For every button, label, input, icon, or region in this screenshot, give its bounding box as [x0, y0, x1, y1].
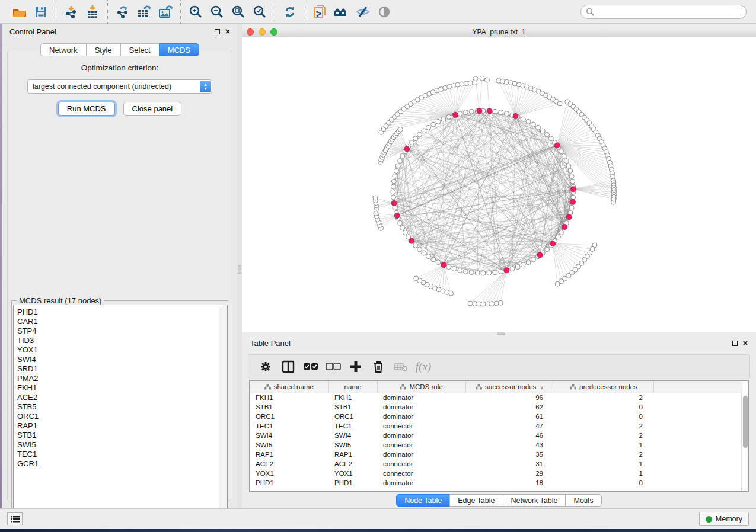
export-network-icon[interactable]: [112, 2, 133, 21]
table-row[interactable]: TEC1TEC1connector472: [250, 421, 742, 431]
export-table-icon[interactable]: [133, 2, 155, 21]
task-history-button[interactable]: [7, 512, 23, 525]
mcds-result-item[interactable]: TEC1: [17, 450, 227, 459]
mcds-result-item[interactable]: SRD1: [17, 364, 227, 374]
mcds-result-item[interactable]: SWI4: [17, 355, 227, 364]
tab-select[interactable]: Select: [120, 43, 159, 56]
table-cell-filler: [653, 469, 742, 478]
mcds-result-item[interactable]: STP4: [17, 326, 227, 336]
tab-node-table[interactable]: Node Table: [396, 494, 449, 507]
column-header-predecessor-nodes[interactable]: predecessor nodes: [554, 381, 653, 393]
add-column-icon[interactable]: [346, 357, 366, 377]
search-icon: [586, 8, 595, 17]
table-cell-filler: [653, 459, 742, 469]
settings-icon[interactable]: [256, 357, 276, 377]
column-header-successor-nodes[interactable]: successor nodes∨: [465, 381, 554, 393]
column-header-shared-name[interactable]: shared name: [250, 381, 328, 393]
run-mcds-button[interactable]: Run MCDS: [58, 102, 115, 116]
network-canvas[interactable]: [242, 37, 756, 332]
table-row[interactable]: SWI5SWI5connector431: [250, 440, 742, 450]
table-row[interactable]: FKH1FKH1dominator962: [250, 393, 742, 402]
table-cell: 0: [554, 412, 653, 421]
table-row[interactable]: ORC1ORC1dominator610: [250, 412, 742, 421]
zoom-out-icon[interactable]: [206, 2, 228, 21]
status-bar: Memory: [0, 508, 756, 529]
mcds-result-list[interactable]: PHD1CAR1STP4TID3YOX1SWI4SRD1PMA2FKH1ACE2…: [13, 305, 228, 517]
close-panel-icon[interactable]: ×: [225, 28, 230, 34]
float-panel-icon[interactable]: [215, 29, 220, 34]
select-all-rows-icon[interactable]: [301, 357, 321, 377]
mcds-result-item[interactable]: RAP1: [17, 421, 227, 431]
show-all-icon[interactable]: [374, 2, 395, 21]
mcds-result-scrollbar[interactable]: [219, 306, 227, 517]
mcds-result-item[interactable]: ACE2: [17, 393, 227, 402]
table-scrollbar[interactable]: [741, 393, 748, 492]
tab-mcds[interactable]: MCDS: [159, 43, 199, 56]
table-close-icon[interactable]: ×: [743, 340, 748, 346]
tab-edge-table[interactable]: Edge Table: [449, 494, 502, 507]
save-session-icon[interactable]: [30, 2, 52, 21]
mcds-result-item[interactable]: PMA2: [17, 374, 227, 383]
mcds-result-item[interactable]: CAR1: [17, 317, 227, 326]
close-panel-button[interactable]: Close panel: [123, 102, 182, 116]
tab-network-table[interactable]: Network Table: [503, 494, 566, 507]
table-row[interactable]: PHD1PHD1dominator180: [250, 478, 742, 488]
tab-motifs[interactable]: Motifs: [565, 494, 601, 507]
table-cell-filler: [653, 393, 742, 402]
deselect-all-rows-icon[interactable]: [323, 357, 343, 377]
zoom-selected-icon[interactable]: [249, 2, 270, 21]
table-row[interactable]: ACE2ACE2connector311: [250, 459, 742, 469]
refresh-icon[interactable]: [279, 2, 301, 21]
application-window: Control Panel × NetworkStyleSelectMCDS O…: [0, 0, 756, 529]
hide-selected-icon[interactable]: [352, 2, 374, 21]
search-field[interactable]: [580, 5, 747, 19]
memory-button[interactable]: Memory: [699, 512, 749, 526]
clone-network-icon[interactable]: [310, 2, 331, 21]
import-network-icon[interactable]: [60, 2, 82, 21]
table-cell: YOX1: [250, 469, 328, 478]
table-row[interactable]: SWI4SWI4dominator462: [250, 431, 742, 440]
splitter-handle[interactable]: [238, 265, 241, 274]
mcds-result-item[interactable]: ORC1: [17, 412, 227, 421]
table-scrollbar-thumb[interactable]: [743, 396, 748, 448]
table-cell: ORC1: [250, 412, 328, 421]
table-row[interactable]: YOX1YOX1connector291: [250, 469, 742, 478]
h-splitter-handle[interactable]: [497, 332, 505, 335]
delete-columns-icon[interactable]: [368, 357, 388, 377]
zoom-fit-icon[interactable]: [228, 2, 249, 21]
table-cell: 1: [554, 440, 653, 450]
mcds-result-item[interactable]: FKH1: [17, 383, 227, 393]
node-table-body: FKH1FKH1dominator962STB1STB1dominator620…: [250, 393, 742, 488]
mcds-result-item[interactable]: YOX1: [17, 345, 227, 355]
optimization-criterion-select[interactable]: largest connected component (undirected)…: [27, 79, 212, 94]
import-table-icon[interactable]: [82, 2, 103, 21]
zoom-in-icon[interactable]: [185, 2, 206, 21]
table-float-icon[interactable]: [732, 341, 738, 346]
mcds-result-item[interactable]: TID3: [17, 336, 227, 345]
mcds-result-item[interactable]: STB1: [17, 431, 227, 440]
search-input[interactable]: [595, 8, 746, 16]
table-cell: ACE2: [328, 459, 377, 469]
control-panel-tabs: NetworkStyleSelectMCDS: [40, 43, 199, 56]
table-cell: 46: [465, 431, 554, 440]
split-view-icon[interactable]: [278, 357, 298, 377]
table-toolbar: f(x): [248, 354, 750, 379]
tab-style[interactable]: Style: [86, 43, 120, 56]
vertical-splitter[interactable]: [237, 24, 242, 508]
first-neighbors-icon[interactable]: [331, 2, 352, 21]
column-header-MCDS-role[interactable]: MCDS role: [377, 381, 465, 393]
table-cell: RAP1: [328, 450, 377, 459]
table-row[interactable]: RAP1RAP1dominator352: [250, 450, 742, 459]
mcds-result-item[interactable]: SWI5: [17, 440, 227, 450]
mcds-result-item[interactable]: PHD1: [17, 307, 227, 317]
table-cell: dominator: [377, 431, 465, 440]
column-header-name[interactable]: name: [328, 381, 377, 393]
open-file-icon[interactable]: [9, 2, 30, 21]
mcds-result-item[interactable]: GCR1: [17, 459, 227, 469]
table-cell: SWI5: [328, 440, 377, 450]
mcds-result-item[interactable]: STB5: [17, 402, 227, 412]
tab-network[interactable]: Network: [40, 43, 86, 56]
export-image-icon[interactable]: [155, 2, 176, 21]
network-window-titlebar[interactable]: YPA_prune.txt_1: [242, 27, 756, 37]
table-row[interactable]: STB1STB1dominator620: [250, 402, 742, 412]
